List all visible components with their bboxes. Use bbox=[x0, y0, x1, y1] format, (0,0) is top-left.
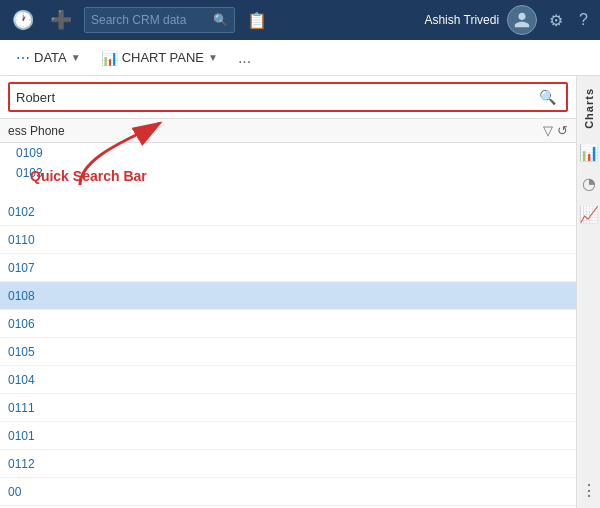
nav-search-icon: 🔍 bbox=[213, 13, 228, 27]
refresh-icon[interactable]: ↺ bbox=[557, 123, 568, 138]
table-row[interactable]: 0104 bbox=[0, 366, 576, 394]
toolbar: ⋯ DATA ▼ 📊 CHART PANE ▼ ... bbox=[0, 40, 600, 76]
nav-search-input[interactable] bbox=[91, 13, 209, 27]
quick-search-input[interactable] bbox=[16, 90, 535, 105]
quick-search-container: 🔍 bbox=[0, 76, 576, 119]
bar-chart-icon[interactable]: 📊 bbox=[577, 137, 600, 168]
filter-icon[interactable]: ▽ bbox=[543, 123, 553, 138]
user-avatar[interactable] bbox=[507, 5, 537, 35]
quick-search-box: 🔍 bbox=[8, 82, 568, 112]
quick-search-button[interactable]: 🔍 bbox=[535, 87, 560, 107]
column-header: ess Phone ▽ ↺ bbox=[0, 119, 576, 143]
main-content: 🔍 ess Phone ▽ ↺ 0109 0103 bbox=[0, 76, 600, 508]
table-row[interactable]: 0102 bbox=[0, 198, 576, 226]
toolbar-more-icon[interactable]: ... bbox=[230, 45, 259, 71]
pie-chart-icon[interactable]: ◔ bbox=[577, 168, 600, 199]
table-row[interactable]: 0111 bbox=[0, 394, 576, 422]
data-icon: ⋯ bbox=[16, 50, 30, 66]
table-row[interactable]: 0105 bbox=[0, 338, 576, 366]
annotation-area: 0109 0103 Quick Search Bar bbox=[0, 143, 576, 198]
annotation-row-1[interactable]: 0109 bbox=[8, 143, 568, 163]
charts-label: Charts bbox=[583, 88, 595, 129]
header-icons: ▽ ↺ bbox=[543, 123, 568, 138]
table-row[interactable]: 0110 bbox=[0, 226, 576, 254]
table-row[interactable]: 00 bbox=[0, 478, 576, 506]
table-row[interactable]: 0108 bbox=[0, 282, 576, 310]
history-icon[interactable]: 🕐 bbox=[8, 5, 38, 35]
chart-chevron-icon: ▼ bbox=[208, 52, 218, 63]
nav-search-box: 🔍 bbox=[84, 7, 235, 33]
data-chevron-icon: ▼ bbox=[71, 52, 81, 63]
table-row[interactable]: 0107 bbox=[0, 254, 576, 282]
table-row[interactable]: 0101 bbox=[0, 422, 576, 450]
annotation-label: Quick Search Bar bbox=[30, 168, 147, 184]
chart-pane-label: CHART PANE bbox=[122, 50, 204, 65]
crm-icon[interactable]: 📋 bbox=[243, 7, 271, 34]
line-chart-icon[interactable]: 📈 bbox=[577, 199, 600, 230]
data-button[interactable]: ⋯ DATA ▼ bbox=[8, 46, 89, 70]
add-icon[interactable]: ➕ bbox=[46, 5, 76, 35]
chart-pane-button[interactable]: 📊 CHART PANE ▼ bbox=[93, 46, 226, 70]
phone-column-header: ess Phone bbox=[8, 124, 539, 138]
table-row[interactable]: 0112 bbox=[0, 450, 576, 478]
help-icon[interactable]: ? bbox=[575, 7, 592, 33]
right-sidebar: Charts 📊 ◔ 📈 ⋮ bbox=[576, 76, 600, 508]
user-section: Ashish Trivedi ⚙ ? bbox=[424, 5, 592, 35]
center-panel: 🔍 ess Phone ▽ ↺ 0109 0103 bbox=[0, 76, 576, 508]
gear-icon[interactable]: ⚙ bbox=[545, 7, 567, 34]
data-list: 0102 0110 0107 0108 0106 0105 0104 0111 … bbox=[0, 198, 576, 508]
chart-icon: 📊 bbox=[101, 50, 118, 66]
user-name-label: Ashish Trivedi bbox=[424, 13, 499, 27]
table-row[interactable]: 0106 bbox=[0, 310, 576, 338]
top-navigation: 🕐 ➕ 🔍 📋 Ashish Trivedi ⚙ ? bbox=[0, 0, 600, 40]
user-icon bbox=[513, 11, 531, 29]
data-label: DATA bbox=[34, 50, 67, 65]
sidebar-more-icon[interactable]: ⋮ bbox=[581, 477, 597, 504]
